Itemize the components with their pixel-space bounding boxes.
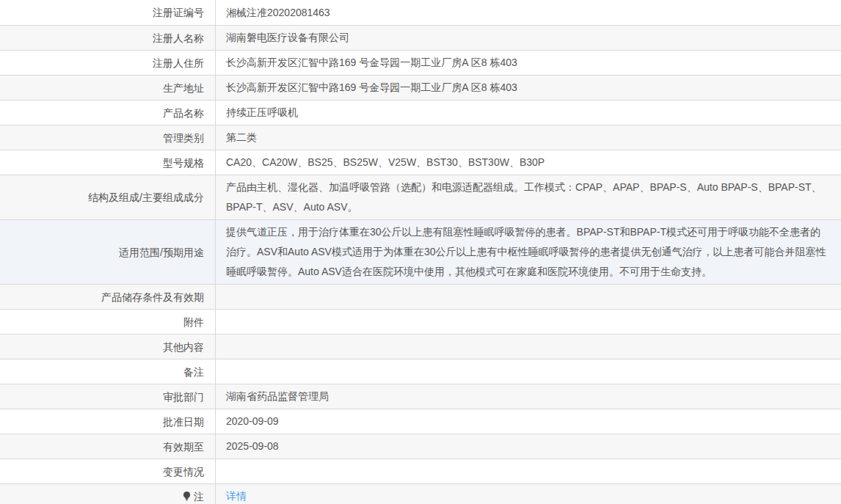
row-value-text: 第二类	[226, 128, 257, 147]
row-label-text: 产品名称	[163, 106, 204, 120]
row-label: 注册证编号	[0, 0, 215, 25]
row-label: 产品储存条件及有效期	[0, 285, 215, 309]
row-label-text: 审批部门	[163, 390, 204, 404]
table-row: 适用范围/预期用途 提供气道正压，用于治疗体重在30公斤以上患有阻塞性睡眠呼吸暂…	[0, 219, 841, 284]
row-value: 第二类	[215, 125, 841, 150]
row-value	[215, 335, 841, 359]
row-label: 备注	[0, 359, 215, 384]
table-row: 批准日期 2020-09-09	[0, 409, 841, 434]
row-value-text: 2025-09-08	[226, 437, 279, 456]
detail-link[interactable]: 详情	[226, 486, 247, 504]
row-label-text: 注册人名称	[153, 31, 204, 45]
table-row: 注 详情	[0, 483, 841, 504]
table-row: 备注	[0, 359, 841, 384]
row-label: 其他内容	[0, 335, 215, 359]
row-value: 长沙高新开发区汇智中路169 号金导园一期工业厂房A 区8 栋403	[215, 76, 841, 100]
row-value-text: 长沙高新开发区汇智中路169 号金导园一期工业厂房A 区8 栋403	[226, 53, 517, 73]
row-value-text: 湖南省药品监督管理局	[226, 387, 329, 406]
table-row: 审批部门 湖南省药品监督管理局	[0, 384, 841, 409]
row-label: 注册人住所	[0, 51, 215, 75]
row-label-text: 管理类别	[163, 131, 204, 145]
row-value-text: CA20、CA20W、BS25、BS25W、V25W、BST30、BST30W、…	[226, 153, 545, 172]
row-label-text: 产品储存条件及有效期	[101, 290, 204, 304]
row-value: 湖南省药品监督管理局	[215, 384, 841, 409]
row-label-text: 有效期至	[163, 439, 204, 454]
table-row: 生产地址 长沙高新开发区汇智中路169 号金导园一期工业厂房A 区8 栋403	[0, 75, 841, 100]
row-label-text: 注册证编号	[153, 5, 204, 20]
row-value: 详情	[215, 484, 841, 504]
row-value: 提供气道正压，用于治疗体重在30公斤以上患有阻塞性睡眠呼吸暂停的患者。BPAP-…	[215, 220, 841, 284]
table-row: 变更情况	[0, 459, 841, 483]
row-label: 结构及组成/主要组成成分	[0, 175, 215, 219]
row-value-text: 提供气道正压，用于治疗体重在30公斤以上患有阻塞性睡眠呼吸暂停的患者。BPAP-…	[226, 222, 826, 282]
row-value: 湖南磐电医疗设备有限公司	[215, 26, 841, 50]
row-label: 附件	[0, 310, 215, 334]
row-value: 2025-09-08	[215, 434, 841, 459]
registration-detail-table: 注册证编号 湘械注准20202081463 注册人名称 湖南磐电医疗设备有限公司…	[0, 0, 841, 504]
row-label: 产品名称	[0, 101, 215, 125]
row-value: 湘械注准20202081463	[215, 0, 841, 25]
row-value: 2020-09-09	[215, 409, 841, 434]
row-value: 长沙高新开发区汇智中路169 号金导园一期工业厂房A 区8 栋403	[215, 51, 841, 75]
row-value-text: 湘械注准20202081463	[226, 3, 330, 23]
row-label-text: 结构及组成/主要组成成分	[88, 190, 204, 205]
row-label: 有效期至	[0, 434, 215, 459]
note-bulb-icon	[182, 491, 192, 502]
row-value-text: 2020-09-09	[226, 412, 279, 431]
row-label: 生产地址	[0, 76, 215, 100]
row-label-text: 注	[194, 489, 204, 504]
row-value	[215, 459, 841, 483]
row-value	[215, 285, 841, 309]
row-label: 变更情况	[0, 459, 215, 483]
table-row: 结构及组成/主要组成成分 产品由主机、湿化器、加温呼吸管路（选配）和电源适配器组…	[0, 175, 841, 219]
row-value: 持续正压呼吸机	[215, 101, 841, 125]
table-row: 其他内容	[0, 334, 841, 359]
row-label-text: 其他内容	[163, 340, 204, 354]
row-value: 产品由主机、湿化器、加温呼吸管路（选配）和电源适配器组成。工作模式：CPAP、A…	[215, 175, 841, 219]
row-value-text: 长沙高新开发区汇智中路169 号金导园一期工业厂房A 区8 栋403	[226, 78, 517, 98]
row-value-text: 湖南磐电医疗设备有限公司	[226, 28, 349, 48]
row-label: 审批部门	[0, 384, 215, 409]
row-value: CA20、CA20W、BS25、BS25W、V25W、BST30、BST30W、…	[215, 150, 841, 175]
row-value-text: 持续正压呼吸机	[226, 103, 298, 123]
table-row: 型号规格 CA20、CA20W、BS25、BS25W、V25W、BST30、BS…	[0, 150, 841, 175]
table-row: 注册证编号 湘械注准20202081463	[0, 0, 841, 25]
row-label: 管理类别	[0, 125, 215, 150]
table-row: 管理类别 第二类	[0, 125, 841, 150]
table-row: 产品储存条件及有效期	[0, 284, 841, 309]
table-row: 产品名称 持续正压呼吸机	[0, 100, 841, 125]
row-label-text: 注册人住所	[153, 56, 204, 70]
row-label-text: 批准日期	[163, 414, 204, 429]
row-label-text: 附件	[183, 315, 204, 329]
table-row: 注册人名称 湖南磐电医疗设备有限公司	[0, 25, 841, 50]
table-row: 附件	[0, 309, 841, 334]
table-row: 注册人住所 长沙高新开发区汇智中路169 号金导园一期工业厂房A 区8 栋403	[0, 50, 841, 75]
row-label: 注	[0, 484, 215, 504]
row-label: 型号规格	[0, 150, 215, 175]
row-value	[215, 359, 841, 384]
row-label-text: 备注	[183, 365, 204, 379]
row-label-text: 变更情况	[163, 464, 204, 479]
table-row: 有效期至 2025-09-08	[0, 434, 841, 459]
row-label: 批准日期	[0, 409, 215, 434]
row-label: 适用范围/预期用途	[0, 220, 215, 284]
row-label-text: 型号规格	[163, 156, 204, 170]
row-label: 注册人名称	[0, 26, 215, 50]
row-label-text: 适用范围/预期用途	[119, 245, 204, 260]
row-value-text: 产品由主机、湿化器、加温呼吸管路（选配）和电源适配器组成。工作模式：CPAP、A…	[226, 178, 826, 217]
row-value	[215, 310, 841, 334]
row-label-text: 生产地址	[163, 81, 204, 95]
